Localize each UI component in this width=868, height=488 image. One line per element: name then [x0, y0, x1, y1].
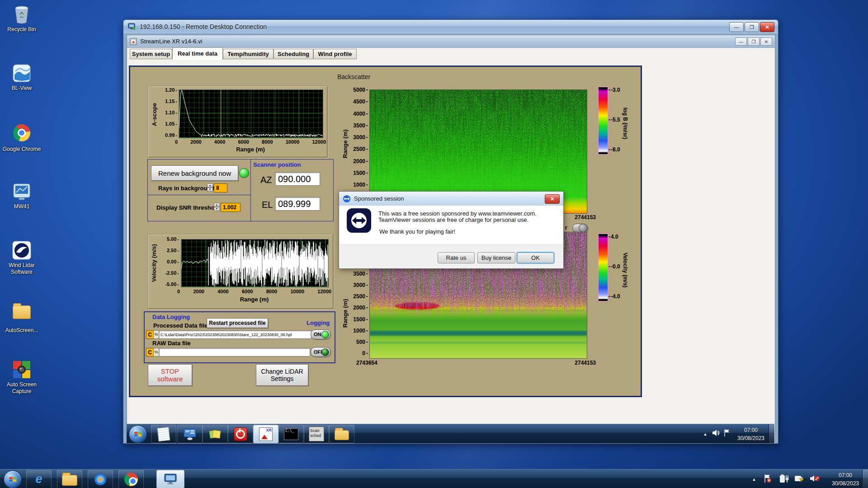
app-icon — [130, 38, 137, 45]
tray-battery-plug-icon[interactable] — [778, 474, 789, 483]
velocity-plot[interactable] — [181, 239, 329, 287]
data-logging-group: Data Logging Processed Data file Restart… — [144, 311, 335, 363]
scan-scheduler-icon: Scansched — [309, 427, 324, 441]
el-value-field[interactable]: 089.999 — [275, 197, 320, 211]
minimize-button[interactable]: — — [735, 38, 747, 46]
windows-logo-icon — [9, 475, 17, 483]
drive-letter-selector[interactable]: C — [146, 348, 154, 357]
taskbar-labview-xr[interactable]: XR — [253, 425, 278, 443]
app-window-controls: — ❐ ✕ — [734, 38, 772, 46]
app-titlebar[interactable]: StreamLine XR v14-6.vi — ❐ ✕ — [127, 35, 775, 48]
start-button[interactable] — [4, 470, 22, 488]
az-label: AZ — [260, 175, 272, 185]
close-button[interactable]: ✕ — [760, 38, 772, 46]
desktop-icon-bl-view[interactable]: BL-View — [1, 63, 42, 92]
desktop-icon-mw41[interactable]: MW41 — [1, 182, 42, 210]
tray-battery-warning-icon[interactable] — [794, 474, 805, 483]
tab-scheduling[interactable]: Scheduling — [274, 49, 313, 59]
desktop-icon-label: Google Chrome — [1, 146, 42, 153]
restart-processed-file-button[interactable]: Restart processed file — [207, 318, 268, 328]
scale-knob[interactable] — [572, 224, 588, 232]
tick-label: -0.0 — [609, 263, 620, 270]
tick-label: 8000 — [266, 289, 277, 294]
tray-network-error-icon[interactable] — [763, 474, 772, 483]
tab-temp-humidity[interactable]: Temp/humidity — [223, 49, 274, 59]
desktop-icon-google-chrome[interactable]: Google Chrome — [1, 123, 42, 153]
taskbar-file-explorer[interactable] — [329, 425, 354, 443]
dialog-close-button[interactable]: ✕ — [545, 194, 560, 204]
el-label: EL — [262, 200, 273, 210]
tick-label: 3000 — [353, 134, 368, 141]
background-led — [239, 168, 249, 178]
tray-up-arrow[interactable]: ▲ — [702, 431, 709, 438]
ok-button[interactable]: OK — [517, 252, 554, 263]
drive-letter-selector[interactable]: C — [146, 330, 154, 339]
renew-background-button[interactable]: Renew background now — [151, 165, 238, 181]
buy-license-button[interactable]: Buy license — [477, 252, 515, 263]
ascope-plot[interactable] — [179, 89, 323, 138]
dialog-titlebar[interactable]: Sponsored session ✕ — [339, 192, 563, 206]
tab-system-setup[interactable]: System setup — [130, 49, 172, 59]
desktop-icon-autoscreen[interactable]: AutoScreen... — [1, 301, 42, 334]
close-button[interactable]: ✕ — [760, 22, 774, 32]
taskbar-media-player[interactable] — [88, 470, 113, 488]
taskbar-sticky-notes[interactable] — [203, 425, 228, 443]
maximize-button[interactable]: ❐ — [745, 22, 759, 32]
stop-software-button[interactable]: STOP software — [148, 364, 192, 386]
raw-logging-toggle[interactable]: OFF — [311, 347, 330, 357]
desktop-icon-auto-screen-capture[interactable]: Auto Screen Capture — [1, 360, 42, 395]
backscatter-heatmap-ylabel: Range (m) — [342, 99, 349, 189]
tick-label: 10000 — [286, 139, 300, 145]
snr-spinner[interactable]: ▲▼ — [214, 203, 220, 211]
taskbar-command-prompt[interactable]: C:\_ — [278, 425, 304, 443]
tick-label: 3500 — [353, 122, 368, 129]
start-button[interactable] — [129, 425, 147, 443]
taskbar-chrome[interactable] — [118, 470, 144, 488]
taskbar-scan-scheduler[interactable]: Scansched — [304, 425, 329, 443]
tray-flag-icon[interactable] — [723, 428, 731, 437]
tab-real-time-data[interactable]: Real time data — [172, 47, 223, 60]
raw-file-label: RAW Data file — [152, 340, 191, 347]
show-desktop-button[interactable] — [862, 469, 868, 488]
backscatter-colorbar-label: log B (/m/sr) — [622, 89, 628, 157]
knob-label-fragment: r — [565, 225, 567, 231]
session-clock[interactable]: 07:00 30/08/2023 — [732, 426, 769, 442]
rate-us-button[interactable]: Rate us — [438, 252, 475, 263]
raw-path-field[interactable] — [159, 348, 310, 357]
tick-label: 500 — [356, 339, 368, 345]
background-controls-group: Renew background now Rays in background … — [147, 159, 334, 221]
toggle-lamp — [321, 331, 329, 338]
taskbar-file-explorer[interactable] — [57, 470, 82, 488]
tray-speaker-icon[interactable] — [712, 429, 720, 437]
processed-path-field[interactable]: C:\Lidar\Data\Proc\2023\202308\20230830\… — [159, 330, 311, 339]
tick-label: 2000 — [193, 289, 204, 294]
rdp-titlebar[interactable]: 192.168.0.150 - Remote Desktop Connectio… — [123, 20, 778, 33]
minimize-button[interactable]: — — [729, 22, 744, 32]
rays-value-field[interactable]: 8 — [214, 183, 227, 192]
host-clock[interactable]: 07:00 30/08/2023 — [826, 471, 864, 488]
tab-wind-profile[interactable]: Wind profile — [313, 49, 357, 59]
desktop-icon-wind-lidar[interactable]: Wind Lidar Software — [1, 240, 42, 276]
rays-spinner[interactable]: ▲▼ — [207, 183, 213, 192]
chrome-icon — [12, 124, 32, 144]
processed-file-label: Processed Data file — [153, 322, 208, 329]
restore-button[interactable]: ❐ — [748, 38, 760, 46]
taskbar-remote-desktop[interactable] — [156, 470, 184, 488]
show-desktop-button[interactable] — [769, 424, 774, 443]
processed-logging-toggle[interactable]: ON — [311, 329, 330, 339]
velocity-xticks: 020004000600080001000012000 — [177, 289, 331, 294]
tick-label: 1500 — [353, 316, 368, 323]
tray-up-arrow[interactable]: ▲ — [750, 476, 758, 483]
dialog-text-line1: This was a free session sponsored by www… — [378, 210, 537, 217]
change-lidar-settings-button[interactable]: Change LiDAR Settings — [256, 364, 308, 386]
taskbar-notepad[interactable] — [151, 425, 176, 443]
divider — [148, 195, 250, 195]
tray-speaker-muted-icon[interactable] — [809, 474, 820, 483]
taskbar-internet-explorer[interactable]: e — [26, 470, 52, 488]
display-settings-icon — [183, 428, 197, 441]
az-value-field[interactable]: 090.000 — [275, 172, 320, 186]
taskbar-display-settings[interactable] — [177, 425, 203, 443]
desktop-icon-recycle-bin[interactable]: Recycle Bin — [1, 5, 42, 33]
taskbar-power-app[interactable] — [228, 425, 253, 443]
snr-value-field[interactable]: 1.002 — [221, 203, 241, 212]
